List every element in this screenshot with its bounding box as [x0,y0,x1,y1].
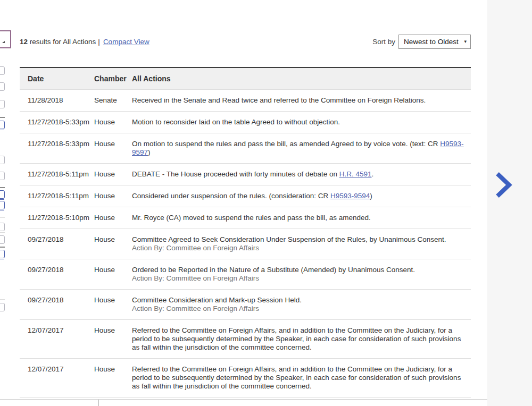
clipped-count-bracket [0,100,5,108]
action-description: Motion to reconsider laid on the table A… [132,112,471,133]
table-row: 09/27/2018HouseOrdered to be Reported in… [20,259,471,290]
clipped-count-bracket [0,66,5,75]
action-chamber: Senate [94,90,132,111]
clipped-count-bracket [0,156,5,164]
action-date: 12/07/2017 [20,359,94,397]
clipped-link-bracket [0,201,5,209]
action-text: On motion to suspend the rules and pass … [132,140,440,148]
clipped-divider [0,117,5,118]
table-row: 11/27/2018-5:10pmHouseMr. Royce (CA) mov… [20,207,471,229]
action-by-text: Action By: Committee on Foreign Affairs [132,304,466,313]
clipped-link-bracket [0,250,5,258]
caret-tick [98,400,99,406]
table-row: 11/27/2018-5:11pmHouseDEBATE - The House… [20,164,471,185]
sort-selected-value: Newest to Oldest [404,38,459,46]
action-link[interactable]: H.R. 4591 [339,170,372,178]
table-row: 09/27/2018HouseCommittee Agreed to Seek … [20,229,471,259]
action-text: Referred to the Committee on Foreign Aff… [132,365,461,390]
separator: | [96,38,103,46]
clipped-count-bracket [0,223,5,231]
action-chamber: House [94,359,132,397]
table-header-row: Date Chamber All Actions [20,68,471,90]
chevron-down-icon: ▾ [464,39,467,44]
sort-by-label: Sort by [372,38,395,46]
action-description: On motion to suspend the rules and pass … [132,133,471,163]
action-date: 09/27/2018 [20,229,94,259]
all-actions-main: 12 results for All Actions|Compact View … [20,34,471,400]
action-text: DEBATE - The House proceeded with forty … [132,170,339,178]
table-row: 12/07/2017HouseIntroduced in House [20,397,471,400]
action-date: 12/07/2017 [20,397,94,400]
action-date: 11/28/2018 [20,90,94,111]
next-page-button[interactable] [495,171,513,199]
column-header-all-actions: All Actions [132,68,471,89]
table-body: 11/28/2018SenateReceived in the Senate a… [20,90,471,400]
clipped-count-bracket [0,303,5,311]
clipped-dotted [0,299,5,300]
action-text: Received in the Senate and Read twice an… [132,96,426,104]
action-chamber: House [94,164,132,185]
action-description: Ordered to be Reported in the Nature of … [132,259,471,289]
action-by-text: Action By: Committee on Foreign Affairs [132,244,466,252]
action-description: DEBATE - The House proceeded with forty … [132,164,471,185]
action-description: Considered under suspension of the rules… [132,185,471,207]
actions-results-panel: 12 results for All Actions|Compact View … [0,0,487,400]
action-date: 11/27/2018-5:11pm [20,164,94,185]
action-date: 11/27/2018-5:11pm [20,185,94,207]
right-rail [487,0,532,406]
input-box-mark [2,41,5,43]
clipped-dotted [0,217,5,218]
action-date: 09/27/2018 [20,259,94,289]
table-row: 09/27/2018HouseCommittee Consideration a… [20,290,471,320]
table-row: 11/27/2018-5:11pmHouseConsidered under s… [20,185,471,207]
clipped-divider [0,247,5,248]
table-row: 11/27/2018-5:33pmHouseMotion to reconsid… [20,112,471,133]
action-date: 09/27/2018 [20,290,94,319]
action-chamber: House [94,397,132,400]
action-date: 11/27/2018-5:10pm [20,207,94,229]
results-summary: 12 results for All Actions|Compact View [20,38,149,46]
clipped-input-box [0,30,11,48]
action-description: Committee Agreed to Seek Consideration U… [132,229,471,259]
action-description: Received in the Senate and Read twice an… [132,90,471,111]
action-text: . [372,170,374,178]
action-chamber: House [94,207,132,229]
action-link[interactable]: H9593-9594 [330,192,370,200]
action-description: Referred to the Committee on Foreign Aff… [132,320,471,358]
action-text: Motion to reconsider laid on the table A… [132,118,340,126]
action-text: ) [148,148,151,156]
clipped-dotted [0,232,5,233]
compact-view-link[interactable]: Compact View [103,38,149,46]
action-chamber: House [94,229,132,259]
action-date: 12/07/2017 [20,320,94,358]
action-chamber: House [94,112,132,133]
sort-dropdown[interactable]: Newest to Oldest ▾ [398,35,471,49]
action-text: ) [370,192,372,200]
action-date: 11/27/2018-5:33pm [20,133,94,163]
action-chamber: House [94,133,132,163]
action-chamber: House [94,259,132,289]
table-row: 11/28/2018SenateReceived in the Senate a… [20,90,471,112]
action-chamber: House [94,320,132,358]
action-by-text: Action By: Committee on Foreign Affairs [132,274,466,283]
action-description: Committee Consideration and Mark-up Sess… [132,290,471,319]
column-header-chamber: Chamber [94,68,132,89]
table-row: 12/07/2017HouseReferred to the Committee… [20,359,471,397]
action-description: Mr. Royce (CA) moved to suspend the rule… [132,207,471,229]
clipped-divider [0,187,5,188]
action-text: Committee Agreed to Seek Consideration U… [132,235,446,243]
column-header-date: Date [20,68,94,89]
chevron-right-icon [495,171,513,199]
action-chamber: House [94,290,132,319]
action-chamber: House [94,185,132,207]
table-row: 11/27/2018-5:33pmHouseOn motion to suspe… [20,133,471,164]
action-description: Introduced in House [132,397,471,400]
clipped-count-bracket [0,172,5,180]
action-text: Mr. Royce (CA) moved to suspend the rule… [132,214,371,222]
clipped-link-bracket [0,190,5,199]
results-count: 12 [20,38,28,46]
clipped-count-bracket [0,82,5,91]
results-text: results for All Actions [30,38,96,46]
clipped-link-bracket [0,121,5,129]
action-text: Considered under suspension of the rules… [132,192,330,200]
